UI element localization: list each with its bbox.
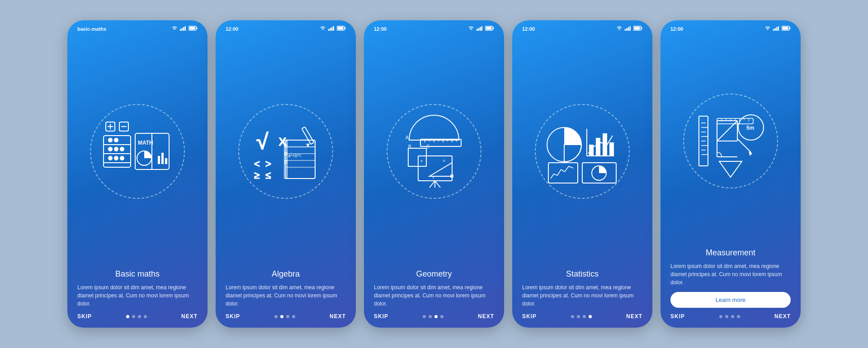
svg-point-16 bbox=[120, 156, 124, 160]
svg-rect-58 bbox=[480, 27, 481, 31]
dashed-circle-geometry: A B C a b c bbox=[387, 104, 481, 199]
svg-line-83 bbox=[429, 181, 435, 188]
bottom-nav-statistics: SKIP NEXT bbox=[512, 313, 652, 320]
skip-geometry[interactable]: SKIP bbox=[374, 313, 388, 320]
dot-4-meas bbox=[737, 315, 740, 318]
signal-icon-5 bbox=[773, 26, 779, 32]
dot-2-meas bbox=[725, 315, 728, 318]
geometry-illustration: A B C a b c bbox=[396, 113, 472, 190]
svg-rect-62 bbox=[486, 27, 492, 30]
battery-icon-5 bbox=[782, 26, 791, 32]
maths-illustration: MATH bbox=[99, 113, 176, 190]
svg-rect-89 bbox=[630, 26, 631, 31]
status-icons-2 bbox=[320, 26, 346, 32]
svg-rect-29 bbox=[161, 153, 164, 164]
dot-4-alg bbox=[292, 315, 295, 318]
screens-container: basic-maths bbox=[67, 20, 801, 328]
dot-4-geo bbox=[440, 315, 443, 318]
screen-desc-maths: Lorem ipsum dolor sit dim amet, mea regi… bbox=[77, 283, 198, 308]
icon-area-measurement: 5m bbox=[660, 33, 801, 248]
svg-rect-5 bbox=[197, 28, 198, 29]
screen-algebra: 12:00 √ x < bbox=[216, 20, 356, 328]
svg-rect-59 bbox=[481, 26, 483, 31]
content-area-maths: Basic maths Lorem ipsum dolor sit dim am… bbox=[67, 269, 208, 313]
svg-line-85 bbox=[435, 181, 440, 188]
svg-text:A: A bbox=[406, 135, 409, 140]
svg-rect-87 bbox=[627, 28, 628, 31]
status-icons-5 bbox=[764, 26, 791, 32]
screen-measurement: 12:00 bbox=[660, 20, 801, 328]
skip-measurement[interactable]: SKIP bbox=[670, 313, 685, 320]
svg-marker-125 bbox=[719, 161, 742, 177]
svg-rect-109 bbox=[783, 27, 788, 30]
svg-rect-76 bbox=[408, 148, 426, 166]
svg-rect-44 bbox=[286, 140, 315, 179]
svg-rect-92 bbox=[634, 27, 640, 30]
svg-rect-105 bbox=[776, 27, 778, 31]
next-algebra[interactable]: NEXT bbox=[330, 313, 346, 320]
time-3: 12:00 bbox=[374, 26, 387, 32]
svg-text:<: < bbox=[254, 158, 260, 169]
svg-line-126 bbox=[737, 139, 751, 152]
wifi-icon-4 bbox=[616, 26, 623, 32]
bottom-nav-measurement: SKIP NEXT bbox=[660, 313, 801, 320]
svg-rect-3 bbox=[185, 26, 186, 31]
svg-rect-57 bbox=[478, 28, 480, 31]
content-area-algebra: Algebra Lorem ipsum dolor sit dim amet, … bbox=[216, 269, 356, 313]
icon-area-maths: MATH bbox=[67, 33, 208, 269]
dashed-circle-measurement: 5m bbox=[683, 94, 778, 188]
status-bar-4: 12:00 bbox=[512, 20, 652, 33]
icon-area-algebra: √ x < > ≥ ≤ a²+b²= bbox=[216, 33, 356, 269]
screen-desc-algebra: Lorem ipsum dolor sit dim amet, mea regi… bbox=[226, 283, 346, 308]
next-geometry[interactable]: NEXT bbox=[478, 313, 494, 320]
svg-marker-81 bbox=[429, 163, 452, 176]
next-measurement[interactable]: NEXT bbox=[774, 313, 791, 320]
svg-rect-1 bbox=[182, 28, 183, 31]
algebra-illustration: √ x < > ≥ ≤ a²+b²= bbox=[247, 113, 324, 190]
measurement-illustration: 5m bbox=[692, 103, 769, 179]
battery-icon-2 bbox=[337, 26, 346, 32]
dot-3-stat bbox=[583, 315, 586, 318]
bottom-nav-algebra: SKIP NEXT bbox=[216, 313, 356, 320]
screen-desc-measurement: Lorem ipsum dolor sit dim amet, mea regi… bbox=[670, 262, 791, 287]
svg-rect-31 bbox=[328, 29, 330, 31]
skip-statistics[interactable]: SKIP bbox=[522, 313, 537, 320]
status-bar-3: 12:00 bbox=[364, 20, 504, 33]
svg-rect-99 bbox=[609, 142, 614, 156]
skip-algebra[interactable]: SKIP bbox=[226, 313, 240, 320]
status-bar-5: 12:00 bbox=[660, 20, 801, 33]
status-bar-1: basic-maths bbox=[67, 20, 208, 33]
svg-rect-34 bbox=[333, 26, 335, 31]
svg-point-15 bbox=[114, 156, 118, 160]
wifi-icon-5 bbox=[764, 26, 771, 32]
screen-geometry: 12:00 bbox=[364, 20, 504, 328]
svg-rect-36 bbox=[345, 28, 346, 29]
signal-icon-3 bbox=[476, 26, 483, 32]
status-icons-3 bbox=[468, 26, 494, 32]
dot-2-geo bbox=[429, 315, 432, 318]
svg-point-11 bbox=[108, 147, 113, 151]
time-2: 12:00 bbox=[226, 26, 238, 32]
wifi-icon-1 bbox=[171, 26, 178, 32]
svg-rect-88 bbox=[628, 27, 629, 31]
screen-title-measurement: Measurement bbox=[670, 248, 791, 258]
dot-3-meas bbox=[731, 315, 734, 318]
next-statistics[interactable]: NEXT bbox=[626, 313, 642, 320]
statistics-illustration bbox=[544, 113, 621, 190]
dot-3 bbox=[138, 315, 141, 318]
next-maths[interactable]: NEXT bbox=[181, 313, 198, 320]
dot-3-geo bbox=[434, 315, 438, 318]
svg-text:≤: ≤ bbox=[265, 169, 271, 181]
learn-more-button[interactable]: Learn more bbox=[670, 292, 791, 308]
battery-icon-3 bbox=[485, 26, 494, 32]
svg-rect-49 bbox=[302, 127, 314, 145]
svg-point-13 bbox=[120, 147, 124, 151]
dots-measurement bbox=[719, 315, 740, 318]
skip-maths[interactable]: SKIP bbox=[77, 313, 92, 320]
svg-rect-56 bbox=[476, 29, 478, 31]
svg-text:5m: 5m bbox=[746, 125, 754, 131]
svg-rect-6 bbox=[189, 27, 195, 30]
svg-text:a²+b²=: a²+b²= bbox=[288, 153, 302, 158]
dots-algebra bbox=[274, 315, 295, 318]
svg-point-14 bbox=[108, 156, 113, 160]
